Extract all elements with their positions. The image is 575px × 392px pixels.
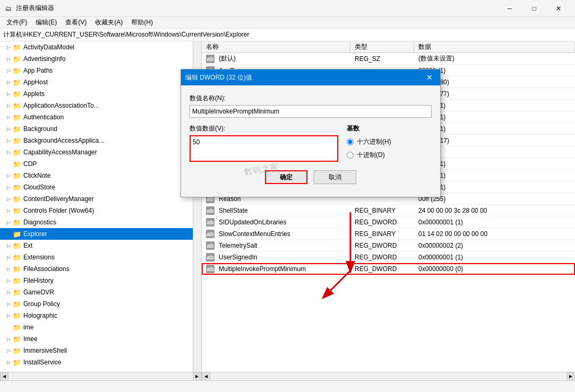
data-row: 数值数据(V): 基数 十六进制(H) 十进制(D) (190, 124, 432, 162)
radio-group: 十六进制(H) 十进制(D) (347, 137, 432, 160)
dialog-title: 编辑 DWORD (32 位)值 (185, 73, 423, 82)
edit-dword-dialog: 编辑 DWORD (32 位)值 ✕ 数值名称(N): 数值数据(V): 基数 (181, 69, 441, 197)
data-value-input[interactable] (193, 138, 335, 146)
red-arrow (308, 212, 393, 308)
name-label: 数值名称(N): (190, 94, 432, 103)
dialog-close-button[interactable]: ✕ (423, 71, 436, 84)
dec-radio-label[interactable]: 十进制(D) (347, 151, 432, 160)
base-label: 基数 (347, 124, 432, 133)
hex-radio[interactable] (347, 138, 354, 145)
dialog-title-bar: 编辑 DWORD (32 位)值 ✕ (181, 69, 440, 85)
base-section: 基数 十六进制(H) 十进制(D) (347, 124, 432, 160)
dec-radio-text: 十进制(D) (357, 151, 385, 160)
value-input-wrap: 数值数据(V): (190, 124, 338, 162)
dialog-overlay: 编辑 DWORD (32 位)值 ✕ 数值名称(N): 数值数据(V): 基数 (0, 0, 575, 392)
dialog-body: 数值名称(N): 数值数据(V): 基数 十六进制(H) (181, 85, 440, 197)
ok-button[interactable]: 确定 (265, 170, 307, 184)
dialog-buttons: 确定 取消 (190, 170, 432, 188)
svg-line-2 (324, 271, 350, 297)
hex-radio-text: 十六进制(H) (357, 137, 391, 146)
cancel-button[interactable]: 取消 (314, 170, 356, 184)
dec-radio[interactable] (347, 152, 354, 159)
hex-radio-label[interactable]: 十六进制(H) (347, 137, 432, 146)
name-input[interactable] (190, 105, 432, 118)
data-label: 数值数据(V): (190, 124, 338, 133)
